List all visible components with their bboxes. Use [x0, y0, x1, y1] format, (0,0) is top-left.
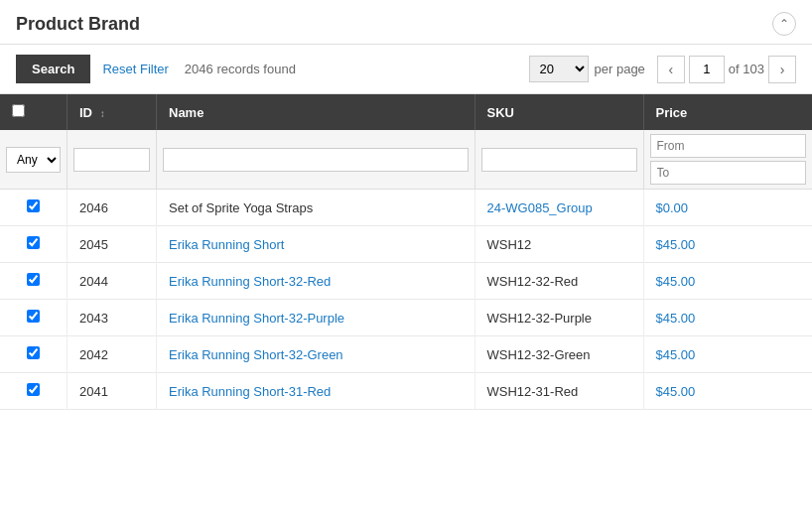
filter-checkbox-cell: Any: [0, 130, 68, 190]
row-checkbox-cell: [0, 373, 68, 410]
page-number-input[interactable]: [689, 56, 725, 83]
table-row: 2044Erika Running Short-32-RedWSH12-32-R…: [0, 263, 812, 300]
filter-sku-input[interactable]: [481, 148, 637, 172]
row-sku: WSH12-31-Red: [474, 373, 643, 410]
per-page-label: per page: [595, 62, 645, 76]
search-button[interactable]: Search: [16, 55, 90, 83]
filter-sku-cell: [474, 130, 643, 190]
pagination: ‹ of 103 ›: [657, 56, 796, 83]
row-price: $45.00: [643, 300, 812, 336]
row-sku-link[interactable]: 24-WG085_Group: [487, 200, 593, 215]
collapse-button[interactable]: ⌃: [772, 12, 796, 36]
row-price: $45.00: [643, 226, 812, 263]
row-checkbox[interactable]: [27, 383, 40, 396]
row-id: 2041: [68, 373, 157, 410]
filter-price-from-input[interactable]: [650, 134, 807, 158]
row-price: $0.00: [643, 190, 812, 226]
row-name[interactable]: Erika Running Short: [157, 226, 475, 263]
row-id: 2045: [68, 226, 157, 263]
header-checkbox-cell: [0, 94, 68, 130]
row-id: 2044: [68, 263, 157, 300]
row-sku: WSH12-32-Purple: [474, 300, 643, 336]
any-select[interactable]: Any: [6, 147, 61, 173]
toolbar: Search Reset Filter 2046 records found 1…: [0, 45, 812, 94]
row-name-link[interactable]: Erika Running Short-32-Green: [169, 347, 343, 362]
row-checkbox[interactable]: [27, 273, 40, 286]
row-id: 2043: [68, 300, 157, 336]
select-all-checkbox[interactable]: [12, 104, 25, 117]
row-name[interactable]: Erika Running Short-32-Red: [157, 263, 475, 300]
filter-any-dropdown: Any: [6, 147, 61, 173]
id-sort-icon: ↕: [100, 108, 105, 119]
table-container: ID ↕ Name SKU Price Any: [0, 94, 812, 410]
filter-name-input[interactable]: [163, 148, 469, 172]
row-checkbox-cell: [0, 300, 68, 336]
table-row: 2045Erika Running ShortWSH12$45.00: [0, 226, 812, 263]
row-name-link[interactable]: Erika Running Short-31-Red: [169, 384, 331, 399]
row-name[interactable]: Erika Running Short-32-Green: [157, 336, 475, 373]
filter-id-cell: [68, 130, 157, 190]
filter-row: Any: [0, 130, 812, 190]
row-sku[interactable]: 24-WG085_Group: [474, 190, 643, 226]
row-price: $45.00: [643, 263, 812, 300]
row-price: $45.00: [643, 373, 812, 410]
reset-filter-button[interactable]: Reset Filter: [102, 62, 168, 76]
row-checkbox[interactable]: [27, 346, 40, 359]
row-checkbox-cell: [0, 336, 68, 373]
table-row: 2042Erika Running Short-32-GreenWSH12-32…: [0, 336, 812, 373]
row-checkbox[interactable]: [27, 236, 40, 249]
row-price: $45.00: [643, 336, 812, 373]
row-sku: WSH12-32-Red: [474, 263, 643, 300]
pagination-prev-button[interactable]: ‹: [657, 56, 685, 83]
table-row: 2046Set of Sprite Yoga Straps24-WG085_Gr…: [0, 190, 812, 226]
row-checkbox[interactable]: [27, 310, 40, 323]
filter-price-cell: [643, 130, 812, 190]
row-id: 2042: [68, 336, 157, 373]
price-filter-group: [650, 134, 807, 185]
row-name: Set of Sprite Yoga Straps: [157, 190, 475, 226]
row-checkbox-cell: [0, 226, 68, 263]
header-price[interactable]: Price: [643, 94, 812, 130]
row-checkbox-cell: [0, 190, 68, 226]
header-sku[interactable]: SKU: [474, 94, 643, 130]
per-page-select[interactable]: 10 20 30 50 100 200: [529, 56, 589, 82]
row-name-link[interactable]: Erika Running Short-32-Red: [169, 274, 331, 289]
page-header: Product Brand ⌃: [0, 0, 812, 45]
row-id: 2046: [68, 190, 157, 226]
row-name-link[interactable]: Erika Running Short-32-Purple: [169, 311, 344, 326]
row-sku: WSH12: [474, 226, 643, 263]
filter-id-input[interactable]: [73, 148, 150, 172]
pagination-next-button[interactable]: ›: [768, 56, 796, 83]
table-row: 2041Erika Running Short-31-RedWSH12-31-R…: [0, 373, 812, 410]
total-pages: of 103: [729, 62, 764, 76]
row-name[interactable]: Erika Running Short-32-Purple: [157, 300, 475, 336]
header-id[interactable]: ID ↕: [68, 94, 157, 130]
per-page-selector: 10 20 30 50 100 200 per page: [529, 56, 645, 82]
product-table: ID ↕ Name SKU Price Any: [0, 94, 812, 410]
table-header-row: ID ↕ Name SKU Price: [0, 94, 812, 130]
filter-name-cell: [157, 130, 475, 190]
row-checkbox-cell: [0, 263, 68, 300]
row-checkbox[interactable]: [27, 199, 40, 212]
row-name[interactable]: Erika Running Short-31-Red: [157, 373, 475, 410]
row-sku: WSH12-32-Green: [474, 336, 643, 373]
filter-price-to-input[interactable]: [650, 161, 807, 185]
header-name[interactable]: Name: [157, 94, 475, 130]
page-title: Product Brand: [16, 14, 140, 35]
records-count: 2046 records found: [185, 62, 296, 76]
collapse-icon: ⌃: [779, 17, 789, 31]
row-name-link[interactable]: Erika Running Short: [169, 237, 284, 252]
table-row: 2043Erika Running Short-32-PurpleWSH12-3…: [0, 300, 812, 336]
